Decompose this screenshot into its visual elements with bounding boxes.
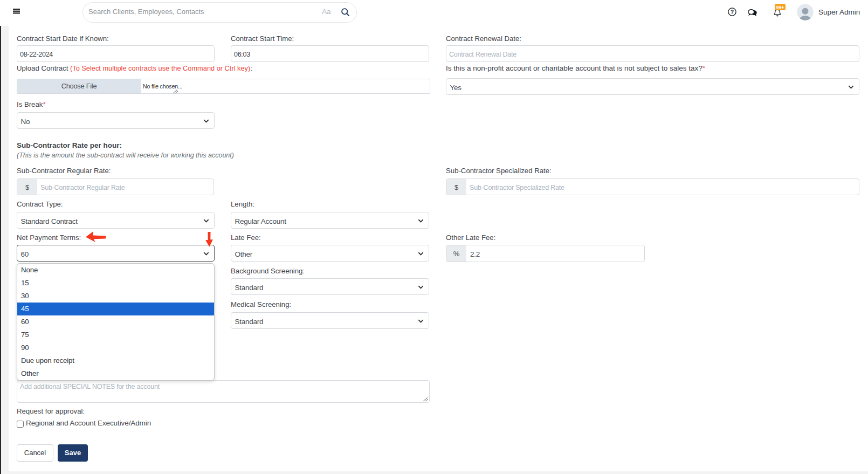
svg-text:?: ? <box>731 9 734 15</box>
